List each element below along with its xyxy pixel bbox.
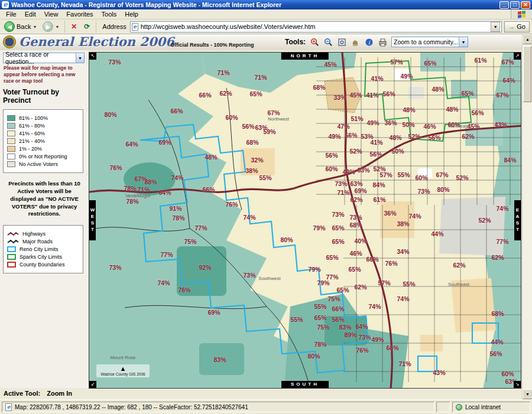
chevron-down-icon[interactable]: ▼ bbox=[459, 37, 468, 47]
pan-west-button[interactable]: WEST bbox=[89, 200, 96, 240]
chevron-down-icon[interactable]: ▼ bbox=[76, 53, 84, 63]
forward-button[interactable]: ▶ ▼ bbox=[41, 21, 61, 32]
map-image[interactable] bbox=[89, 53, 521, 389]
legend-row: 21% - 40% bbox=[7, 138, 79, 144]
layer-row: Sparks City Limits bbox=[7, 254, 79, 260]
page-header: General Election 2006 Official Results -… bbox=[0, 34, 522, 50]
layer-label: Reno City Limits bbox=[20, 246, 59, 252]
layer-swatch bbox=[7, 231, 19, 237]
legend-label: 0% or Not Reporting bbox=[19, 154, 67, 159]
legend-label: 1% - 20% bbox=[19, 146, 42, 152]
menu-file[interactable]: File bbox=[2, 10, 21, 18]
layer-label: Sparks City Limits bbox=[20, 254, 62, 260]
race-select[interactable]: Select a race or question... ▼ bbox=[3, 53, 85, 63]
legend-row: 0% or Not Reporting bbox=[7, 154, 79, 159]
back-button[interactable]: ◀ Back ▼ bbox=[2, 21, 38, 32]
community-select-value: Zoom to a community... bbox=[394, 38, 458, 45]
layers-legend: HighwaysMajor RoadsReno City LimitsSpark… bbox=[3, 225, 83, 273]
wait-note: Please wait for map image to appear befo… bbox=[4, 65, 85, 84]
legend-row: 1% - 20% bbox=[7, 146, 79, 152]
legend-color-swatch bbox=[7, 123, 15, 129]
privacy-note: Precincts with less than 10 Active Voter… bbox=[4, 180, 85, 218]
active-tool-label: Active Tool: bbox=[4, 390, 40, 397]
windows-brand-logo bbox=[511, 9, 532, 19]
map-viewport[interactable]: 73%71%71%45%57%65%61%67%41%49%64%68%66%6… bbox=[89, 52, 521, 389]
status-zone-label: Local intranet bbox=[465, 404, 501, 410]
refresh-button[interactable]: ⟳ bbox=[82, 21, 92, 32]
menu-tools[interactable]: Tools bbox=[98, 10, 121, 18]
menu-edit[interactable]: Edit bbox=[21, 10, 40, 18]
close-button[interactable]: ✕ bbox=[521, 1, 530, 9]
print-icon[interactable] bbox=[378, 37, 387, 47]
active-tool-value: Zoom In bbox=[47, 390, 72, 397]
sidebar: Select a race or question... ▼ Please wa… bbox=[0, 50, 89, 388]
address-input[interactable]: e http://wcgisweb.washoecounty.us/websit… bbox=[130, 21, 502, 32]
tools-label: Tools: bbox=[285, 38, 306, 46]
menu-help[interactable]: Help bbox=[121, 10, 142, 18]
status-spacer-field bbox=[436, 402, 450, 412]
address-dropdown-icon[interactable]: ▼ bbox=[491, 22, 500, 32]
menu-favorites[interactable]: Favorites bbox=[62, 10, 97, 18]
page-icon: e bbox=[132, 23, 138, 31]
pan-northeast-button[interactable]: ↗ bbox=[514, 53, 521, 60]
layer-row: County Boundaries bbox=[7, 262, 79, 268]
menu-bar: FileEditViewFavoritesToolsHelp bbox=[0, 9, 532, 19]
legend-row: No Active Voters bbox=[7, 161, 79, 167]
scrollbar-thumb[interactable] bbox=[523, 46, 531, 102]
layer-label: Major Roads bbox=[22, 239, 53, 245]
community-select[interactable]: Zoom to a community... ▼ bbox=[391, 37, 468, 47]
layer-label: Highways bbox=[22, 231, 46, 237]
menu-view[interactable]: View bbox=[40, 10, 63, 18]
window-title: Washoe County, Nevada - Registrar of Vot… bbox=[11, 1, 281, 8]
pan-southwest-button[interactable]: ↙ bbox=[89, 381, 96, 388]
zoom-out-icon[interactable] bbox=[323, 37, 333, 47]
scroll-down-icon[interactable]: ▼ bbox=[523, 389, 532, 399]
status-page-icon: e bbox=[5, 403, 12, 411]
browser-toolbar: ◀ Back ▼ ▶ ▼ ✕ ⟳ Address e http://wcgisw… bbox=[0, 19, 532, 34]
layer-swatch bbox=[7, 246, 16, 252]
layer-swatch bbox=[7, 262, 16, 268]
ie-app-icon: e bbox=[2, 1, 9, 8]
pan-hand-icon[interactable] bbox=[351, 37, 360, 47]
maximize-button[interactable]: □ bbox=[510, 1, 520, 9]
scroll-up-icon[interactable]: ▲ bbox=[523, 34, 532, 44]
vertical-scrollbar[interactable]: ▲ ▼ bbox=[522, 34, 532, 399]
status-zone-field: Local intranet bbox=[452, 402, 530, 412]
zoom-in-icon[interactable] bbox=[310, 37, 319, 47]
map-tools: i bbox=[310, 37, 387, 47]
layer-row: Major Roads bbox=[7, 239, 79, 245]
forward-dropdown-icon[interactable]: ▼ bbox=[55, 25, 59, 29]
go-button[interactable]: → Go bbox=[504, 21, 530, 32]
north-arrow-icon: ▲ bbox=[96, 366, 150, 372]
stop-button[interactable]: ✕ bbox=[69, 21, 79, 32]
pan-northwest-button[interactable]: ↖ bbox=[89, 53, 96, 60]
back-dropdown-icon[interactable]: ▼ bbox=[33, 25, 37, 29]
race-select-value: Select a race or question... bbox=[5, 51, 76, 65]
go-label: Go bbox=[517, 23, 525, 30]
forward-arrow-icon: ▶ bbox=[43, 21, 53, 32]
layer-swatch bbox=[7, 239, 19, 245]
pan-north-button[interactable]: NORTH bbox=[281, 53, 329, 60]
legend-row: 61% - 80% bbox=[7, 123, 79, 129]
map-credit: ▲ Washoe County GIS 2006 bbox=[96, 364, 150, 377]
legend-color-swatch bbox=[7, 131, 15, 136]
pan-southeast-button[interactable]: ↘ bbox=[514, 381, 521, 388]
identify-icon[interactable]: i bbox=[364, 37, 374, 47]
legend-title: Voter Turnout by Precinct bbox=[3, 88, 86, 105]
legend-color-swatch bbox=[7, 161, 15, 167]
status-map-readout: Map: 2282067.78 , 14867319.22 -- Image: … bbox=[15, 404, 248, 410]
legend-row: 81% - 100% bbox=[7, 115, 79, 121]
address-label: Address bbox=[102, 23, 126, 30]
legend-label: 81% - 100% bbox=[19, 115, 48, 121]
turnout-legend: 81% - 100%61% - 80%41% - 60%21% - 40%1% … bbox=[3, 109, 83, 173]
minimize-button[interactable]: _ bbox=[499, 1, 509, 9]
results-status: Official Results - 100% Reporting bbox=[170, 42, 254, 48]
go-arrow-icon: → bbox=[508, 23, 515, 30]
back-arrow-icon: ◀ bbox=[4, 21, 15, 32]
back-label: Back bbox=[17, 23, 31, 30]
pan-south-button[interactable]: SOUTH bbox=[281, 381, 329, 388]
pan-east-button[interactable]: EAST bbox=[514, 200, 521, 240]
legend-label: 41% - 60% bbox=[19, 131, 45, 136]
page-title: General Election 2006 bbox=[19, 34, 174, 49]
full-extent-icon[interactable] bbox=[337, 37, 346, 47]
